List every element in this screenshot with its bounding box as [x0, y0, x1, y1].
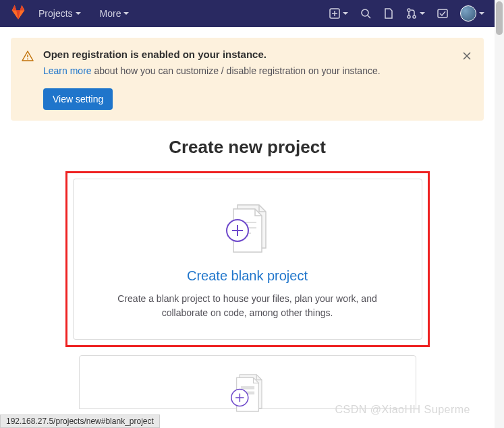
chevron-down-icon [123, 12, 129, 15]
merge-request-icon [406, 8, 417, 19]
create-from-template-card[interactable] [79, 355, 416, 409]
scrollbar-thumb[interactable] [496, 1, 503, 35]
learn-more-link[interactable]: Learn more [43, 65, 92, 76]
svg-line-4 [368, 16, 370, 18]
create-blank-project-card[interactable]: Create blank project Create a blank proj… [73, 179, 422, 340]
blank-project-icon [92, 198, 403, 259]
nav-right [329, 5, 484, 22]
nav-projects[interactable]: Projects [32, 4, 88, 23]
nav-more[interactable]: More [93, 4, 136, 23]
chevron-down-icon [479, 12, 484, 15]
new-dropdown[interactable] [329, 8, 348, 19]
alert-desc-text: about how you can customize / disable re… [92, 65, 381, 76]
card-title: Create blank project [92, 268, 403, 284]
todo-icon [437, 8, 448, 19]
svg-point-10 [27, 59, 28, 60]
chevron-down-icon [76, 12, 81, 15]
template-project-icon [221, 369, 275, 417]
issues-button[interactable] [383, 8, 394, 19]
close-icon[interactable] [461, 49, 473, 65]
avatar-icon [460, 5, 476, 22]
svg-point-5 [408, 9, 410, 11]
registration-alert: Open registration is enabled on your ins… [11, 38, 484, 121]
chevron-down-icon [343, 12, 348, 15]
nav-projects-label: Projects [38, 8, 73, 19]
warning-icon [22, 50, 34, 65]
svg-point-3 [362, 9, 368, 16]
scrollbar-track[interactable] [495, 0, 504, 428]
nav-left: Projects More [10, 4, 136, 23]
watermark: CSDN @XiaoHH Superme [335, 404, 470, 416]
card-description: Create a blank project to house your fil… [106, 292, 389, 320]
view-setting-button[interactable]: View setting [43, 88, 113, 110]
svg-rect-19 [240, 386, 254, 390]
merge-requests-button[interactable] [406, 8, 425, 19]
plus-square-icon [329, 8, 340, 19]
gitlab-logo-icon[interactable] [10, 4, 26, 23]
svg-point-6 [408, 16, 410, 18]
highlight-annotation: Create blank project Create a blank proj… [65, 171, 430, 347]
page-content: Open registration is enabled on your ins… [0, 27, 495, 420]
alert-title: Open registration is enabled on your ins… [43, 49, 451, 60]
alert-description: Learn more about how you can customize /… [43, 65, 451, 76]
alert-body: Open registration is enabled on your ins… [43, 49, 451, 110]
user-menu[interactable] [460, 5, 484, 22]
page-title: Create new project [11, 137, 484, 158]
svg-rect-8 [438, 9, 447, 18]
svg-point-7 [413, 16, 416, 18]
top-navbar: Projects More [0, 0, 495, 27]
todos-button[interactable] [437, 8, 448, 19]
statusbar-url: 192.168.27.5/projects/new#blank_project [0, 415, 160, 428]
file-icon [383, 8, 394, 19]
search-icon [360, 8, 371, 19]
chevron-down-icon [420, 12, 425, 15]
search-button[interactable] [360, 8, 371, 19]
nav-more-label: More [100, 8, 121, 19]
